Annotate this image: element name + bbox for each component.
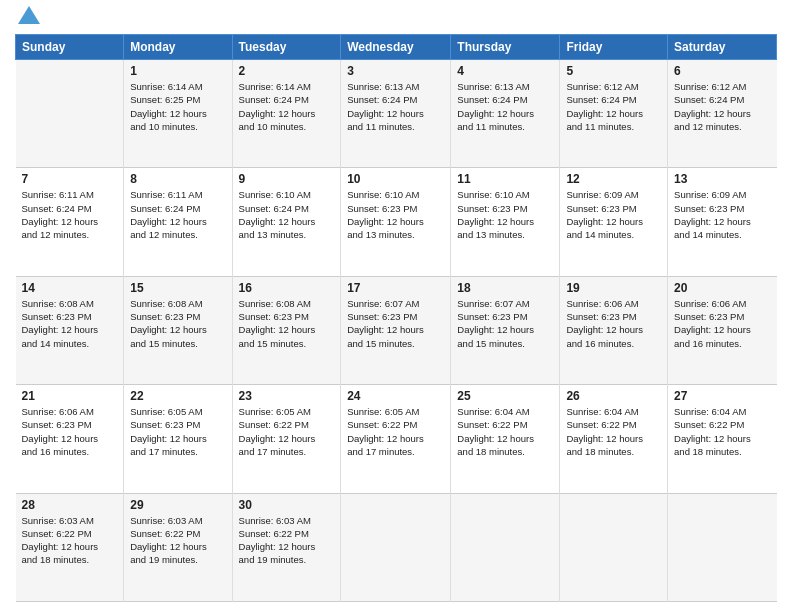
- day-info: Sunrise: 6:05 AMSunset: 6:22 PMDaylight:…: [239, 405, 335, 458]
- day-info: Sunrise: 6:11 AMSunset: 6:24 PMDaylight:…: [22, 188, 118, 241]
- day-info: Sunrise: 6:11 AMSunset: 6:24 PMDaylight:…: [130, 188, 225, 241]
- day-cell: [668, 493, 777, 601]
- day-cell: 6Sunrise: 6:12 AMSunset: 6:24 PMDaylight…: [668, 60, 777, 168]
- day-info: Sunrise: 6:05 AMSunset: 6:22 PMDaylight:…: [347, 405, 444, 458]
- day-info: Sunrise: 6:13 AMSunset: 6:24 PMDaylight:…: [347, 80, 444, 133]
- day-number: 9: [239, 172, 335, 186]
- day-number: 30: [239, 498, 335, 512]
- day-number: 25: [457, 389, 553, 403]
- day-number: 4: [457, 64, 553, 78]
- day-number: 27: [674, 389, 770, 403]
- day-cell: 28Sunrise: 6:03 AMSunset: 6:22 PMDayligh…: [16, 493, 124, 601]
- day-cell: 23Sunrise: 6:05 AMSunset: 6:22 PMDayligh…: [232, 385, 341, 493]
- day-info: Sunrise: 6:13 AMSunset: 6:24 PMDaylight:…: [457, 80, 553, 133]
- day-info: Sunrise: 6:09 AMSunset: 6:23 PMDaylight:…: [674, 188, 770, 241]
- header: [15, 10, 777, 26]
- day-number: 21: [22, 389, 118, 403]
- day-cell: 1Sunrise: 6:14 AMSunset: 6:25 PMDaylight…: [124, 60, 232, 168]
- day-info: Sunrise: 6:04 AMSunset: 6:22 PMDaylight:…: [566, 405, 661, 458]
- day-number: 8: [130, 172, 225, 186]
- day-info: Sunrise: 6:03 AMSunset: 6:22 PMDaylight:…: [239, 514, 335, 567]
- day-number: 6: [674, 64, 770, 78]
- day-cell: 26Sunrise: 6:04 AMSunset: 6:22 PMDayligh…: [560, 385, 668, 493]
- col-header-wednesday: Wednesday: [341, 35, 451, 60]
- day-cell: 21Sunrise: 6:06 AMSunset: 6:23 PMDayligh…: [16, 385, 124, 493]
- day-cell: 10Sunrise: 6:10 AMSunset: 6:23 PMDayligh…: [341, 168, 451, 276]
- day-number: 17: [347, 281, 444, 295]
- day-number: 22: [130, 389, 225, 403]
- col-header-tuesday: Tuesday: [232, 35, 341, 60]
- day-info: Sunrise: 6:03 AMSunset: 6:22 PMDaylight:…: [130, 514, 225, 567]
- day-number: 10: [347, 172, 444, 186]
- day-number: 14: [22, 281, 118, 295]
- day-number: 12: [566, 172, 661, 186]
- logo: [15, 10, 40, 26]
- day-info: Sunrise: 6:12 AMSunset: 6:24 PMDaylight:…: [566, 80, 661, 133]
- day-number: 24: [347, 389, 444, 403]
- day-cell: 16Sunrise: 6:08 AMSunset: 6:23 PMDayligh…: [232, 276, 341, 384]
- day-cell: [451, 493, 560, 601]
- week-row-3: 14Sunrise: 6:08 AMSunset: 6:23 PMDayligh…: [16, 276, 777, 384]
- day-info: Sunrise: 6:08 AMSunset: 6:23 PMDaylight:…: [130, 297, 225, 350]
- day-info: Sunrise: 6:04 AMSunset: 6:22 PMDaylight:…: [457, 405, 553, 458]
- day-number: 3: [347, 64, 444, 78]
- day-info: Sunrise: 6:07 AMSunset: 6:23 PMDaylight:…: [457, 297, 553, 350]
- day-cell: 2Sunrise: 6:14 AMSunset: 6:24 PMDaylight…: [232, 60, 341, 168]
- day-number: 18: [457, 281, 553, 295]
- day-cell: 8Sunrise: 6:11 AMSunset: 6:24 PMDaylight…: [124, 168, 232, 276]
- day-cell: [560, 493, 668, 601]
- col-header-sunday: Sunday: [16, 35, 124, 60]
- day-number: 23: [239, 389, 335, 403]
- day-info: Sunrise: 6:09 AMSunset: 6:23 PMDaylight:…: [566, 188, 661, 241]
- day-cell: 4Sunrise: 6:13 AMSunset: 6:24 PMDaylight…: [451, 60, 560, 168]
- col-header-thursday: Thursday: [451, 35, 560, 60]
- day-number: 11: [457, 172, 553, 186]
- col-header-monday: Monday: [124, 35, 232, 60]
- day-cell: 27Sunrise: 6:04 AMSunset: 6:22 PMDayligh…: [668, 385, 777, 493]
- week-row-5: 28Sunrise: 6:03 AMSunset: 6:22 PMDayligh…: [16, 493, 777, 601]
- day-number: 19: [566, 281, 661, 295]
- day-info: Sunrise: 6:08 AMSunset: 6:23 PMDaylight:…: [22, 297, 118, 350]
- svg-marker-0: [18, 6, 40, 24]
- week-row-2: 7Sunrise: 6:11 AMSunset: 6:24 PMDaylight…: [16, 168, 777, 276]
- day-info: Sunrise: 6:14 AMSunset: 6:25 PMDaylight:…: [130, 80, 225, 133]
- day-number: 2: [239, 64, 335, 78]
- day-cell: 15Sunrise: 6:08 AMSunset: 6:23 PMDayligh…: [124, 276, 232, 384]
- day-cell: 20Sunrise: 6:06 AMSunset: 6:23 PMDayligh…: [668, 276, 777, 384]
- day-info: Sunrise: 6:10 AMSunset: 6:23 PMDaylight:…: [457, 188, 553, 241]
- day-cell: 29Sunrise: 6:03 AMSunset: 6:22 PMDayligh…: [124, 493, 232, 601]
- day-cell: [16, 60, 124, 168]
- day-number: 20: [674, 281, 770, 295]
- week-row-1: 1Sunrise: 6:14 AMSunset: 6:25 PMDaylight…: [16, 60, 777, 168]
- day-number: 28: [22, 498, 118, 512]
- day-cell: 9Sunrise: 6:10 AMSunset: 6:24 PMDaylight…: [232, 168, 341, 276]
- col-header-friday: Friday: [560, 35, 668, 60]
- day-cell: [341, 493, 451, 601]
- logo-icon: [18, 6, 40, 24]
- day-info: Sunrise: 6:10 AMSunset: 6:24 PMDaylight:…: [239, 188, 335, 241]
- day-info: Sunrise: 6:06 AMSunset: 6:23 PMDaylight:…: [22, 405, 118, 458]
- day-info: Sunrise: 6:05 AMSunset: 6:23 PMDaylight:…: [130, 405, 225, 458]
- day-info: Sunrise: 6:07 AMSunset: 6:23 PMDaylight:…: [347, 297, 444, 350]
- day-number: 29: [130, 498, 225, 512]
- day-info: Sunrise: 6:14 AMSunset: 6:24 PMDaylight:…: [239, 80, 335, 133]
- col-header-saturday: Saturday: [668, 35, 777, 60]
- day-cell: 7Sunrise: 6:11 AMSunset: 6:24 PMDaylight…: [16, 168, 124, 276]
- day-number: 16: [239, 281, 335, 295]
- day-cell: 14Sunrise: 6:08 AMSunset: 6:23 PMDayligh…: [16, 276, 124, 384]
- day-info: Sunrise: 6:10 AMSunset: 6:23 PMDaylight:…: [347, 188, 444, 241]
- day-number: 7: [22, 172, 118, 186]
- day-cell: 5Sunrise: 6:12 AMSunset: 6:24 PMDaylight…: [560, 60, 668, 168]
- day-info: Sunrise: 6:12 AMSunset: 6:24 PMDaylight:…: [674, 80, 770, 133]
- day-info: Sunrise: 6:06 AMSunset: 6:23 PMDaylight:…: [674, 297, 770, 350]
- day-cell: 11Sunrise: 6:10 AMSunset: 6:23 PMDayligh…: [451, 168, 560, 276]
- day-info: Sunrise: 6:08 AMSunset: 6:23 PMDaylight:…: [239, 297, 335, 350]
- day-cell: 25Sunrise: 6:04 AMSunset: 6:22 PMDayligh…: [451, 385, 560, 493]
- day-cell: 12Sunrise: 6:09 AMSunset: 6:23 PMDayligh…: [560, 168, 668, 276]
- day-number: 15: [130, 281, 225, 295]
- day-cell: 3Sunrise: 6:13 AMSunset: 6:24 PMDaylight…: [341, 60, 451, 168]
- day-cell: 22Sunrise: 6:05 AMSunset: 6:23 PMDayligh…: [124, 385, 232, 493]
- day-cell: 30Sunrise: 6:03 AMSunset: 6:22 PMDayligh…: [232, 493, 341, 601]
- day-info: Sunrise: 6:06 AMSunset: 6:23 PMDaylight:…: [566, 297, 661, 350]
- day-cell: 17Sunrise: 6:07 AMSunset: 6:23 PMDayligh…: [341, 276, 451, 384]
